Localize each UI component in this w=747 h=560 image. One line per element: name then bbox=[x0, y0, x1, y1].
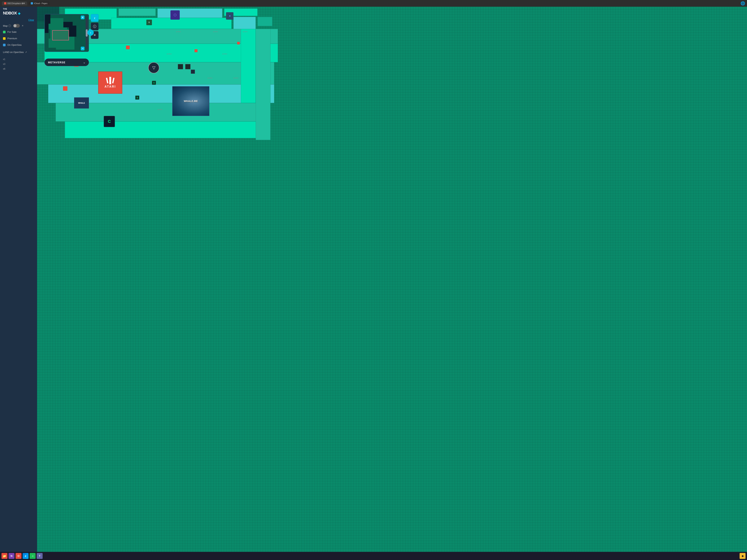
browser-bar: DECOmyplace ✿✼ iCloud - Pages 🌐 bbox=[0, 0, 747, 7]
tab-label-icloud: iCloud - Pages bbox=[34, 2, 47, 4]
nav-left-button[interactable]: ‹ bbox=[87, 29, 94, 36]
binance-icon: ◆ bbox=[742, 555, 744, 557]
taskbar-teams[interactable]: T bbox=[37, 553, 43, 559]
sandbox-s-icon-2: S bbox=[137, 97, 138, 99]
globe-icon[interactable]: 🌐 bbox=[741, 1, 745, 5]
dot-opensea bbox=[3, 44, 5, 46]
ardor-label-7: ardor bbox=[233, 77, 239, 79]
building-3 bbox=[191, 70, 195, 74]
triangle-icon: ▽ bbox=[152, 65, 155, 70]
edge-icon: e bbox=[25, 555, 26, 557]
ardor-label-1: ardor bbox=[176, 31, 181, 33]
map-overlay: ATARI WHALE WHALE.ME ardor ardor ardor a… bbox=[37, 7, 747, 552]
land-right2 bbox=[241, 29, 256, 103]
size-filters: x1 x3 x6 bbox=[0, 55, 37, 73]
minimap-zoom-in-button[interactable]: + bbox=[81, 16, 84, 19]
mm-dark-4 bbox=[69, 26, 76, 37]
ardor-label-6: ardor bbox=[207, 77, 213, 79]
filter-for-sale-label: For Sale bbox=[7, 31, 17, 33]
map-label: Map ? bbox=[3, 24, 11, 27]
opensea-link-label: LAND on OpenSea bbox=[3, 51, 24, 54]
red-accent-2 bbox=[237, 42, 240, 45]
minimap-inner: + − bbox=[45, 15, 88, 52]
taskbar-file-manager[interactable]: 📁 bbox=[1, 553, 7, 559]
brand-tile-3: R bbox=[146, 20, 152, 25]
dot-for-sale bbox=[3, 31, 5, 33]
metaverse-dropdown[interactable]: METAVERSE ⌄ bbox=[45, 58, 89, 66]
brand-tile-2-icon: ✦ bbox=[229, 14, 231, 18]
taskbar-edge[interactable]: e bbox=[23, 553, 28, 559]
logo-name: NDBOX bbox=[3, 11, 17, 16]
red-accent-1 bbox=[195, 49, 198, 52]
land-mid3 bbox=[233, 17, 256, 30]
filter-premium[interactable]: Premium bbox=[0, 35, 37, 42]
back-icon: ‹ bbox=[94, 16, 96, 21]
map-toggle-row: Map ? ✕ bbox=[0, 23, 37, 29]
filter-opensea[interactable]: On OpenSea bbox=[0, 42, 37, 48]
sandbox-s-1: S bbox=[152, 81, 156, 85]
sandbox-s-2: S bbox=[135, 96, 139, 100]
filter-opensea-label: On OpenSea bbox=[7, 44, 22, 46]
tab-favicon-icloud bbox=[31, 2, 33, 4]
logo-diamond: ◆ bbox=[18, 11, 21, 15]
sandbox-s-icon-1: S bbox=[153, 82, 155, 84]
ardor-label-2: ardor bbox=[213, 31, 218, 33]
filter-for-sale[interactable]: For Sale bbox=[0, 29, 37, 35]
clear-button[interactable]: Clear bbox=[28, 19, 34, 21]
tab-icloud[interactable]: iCloud - Pages bbox=[28, 1, 50, 5]
land-top3 bbox=[157, 8, 222, 18]
filter-premium-label: Premium bbox=[7, 37, 17, 40]
map-toggle-switch[interactable] bbox=[13, 24, 20, 28]
brand-tile-1: ⬡ bbox=[171, 10, 180, 20]
atari-mini-2 bbox=[63, 86, 68, 91]
tab-label-decomy: DECOmyplace ✿✼ bbox=[7, 2, 25, 5]
menu-icon: ≡ bbox=[94, 33, 96, 37]
map-area[interactable]: ATARI WHALE WHALE.ME ardor ardor ardor a… bbox=[37, 7, 747, 552]
logo-name-row: NDBOX ◆ bbox=[3, 11, 21, 15]
chroma-icon: C bbox=[108, 119, 111, 124]
taskbar-onenote[interactable]: N bbox=[8, 553, 15, 559]
spotify-icon: ♫ bbox=[32, 555, 34, 557]
ardor-label-5: ardor bbox=[222, 53, 228, 55]
atari-block: ATARI bbox=[98, 72, 122, 94]
land-lower4 bbox=[65, 122, 259, 138]
teams-icon: T bbox=[39, 555, 41, 557]
chroma-block: C bbox=[104, 116, 115, 127]
onenote-icon: N bbox=[10, 555, 12, 557]
opensea-link[interactable]: LAND on OpenSea ↗ bbox=[0, 49, 37, 55]
svg-rect-2 bbox=[112, 78, 114, 83]
size-x1[interactable]: x1 bbox=[0, 57, 37, 62]
info-icon: ⓘ bbox=[93, 24, 96, 29]
svg-rect-0 bbox=[109, 77, 111, 84]
toggle-x-icon: ✕ bbox=[22, 24, 24, 27]
ardor-label-8: ardor bbox=[157, 108, 163, 110]
brand-tile-1-icon: ⬡ bbox=[174, 13, 177, 17]
minimap-panel: + − bbox=[45, 14, 89, 52]
tab-decomy[interactable]: DECOmyplace ✿✼ bbox=[2, 1, 27, 5]
dot-premium bbox=[3, 37, 5, 40]
app-container: THE NDBOX ◆ Clear Map ? ✕ For bbox=[0, 7, 747, 552]
building-2 bbox=[185, 64, 190, 69]
taskbar-opera[interactable]: O bbox=[16, 553, 22, 559]
land-mid4 bbox=[258, 17, 272, 26]
building-1 bbox=[178, 64, 183, 69]
file-manager-icon: 📁 bbox=[3, 554, 6, 558]
triangle-brand: ▽ bbox=[148, 62, 159, 73]
ardor-label-3: ardor bbox=[243, 31, 248, 33]
logo-the: THE bbox=[3, 8, 21, 10]
size-x3[interactable]: x3 bbox=[0, 62, 37, 66]
info-button[interactable]: ⓘ bbox=[91, 23, 99, 30]
mm-land-6 bbox=[56, 42, 75, 50]
mm-dark-2 bbox=[45, 15, 49, 33]
map-help-icon[interactable]: ? bbox=[8, 24, 11, 27]
atari-mini-3 bbox=[126, 46, 130, 49]
size-x6[interactable]: x6 bbox=[0, 66, 37, 71]
taskbar-spotify[interactable]: ♫ bbox=[30, 553, 35, 559]
tab-favicon-decomy bbox=[4, 2, 6, 4]
back-button[interactable]: ‹ bbox=[91, 14, 99, 22]
whale-small-label: WHALE bbox=[78, 102, 85, 104]
minimap-zoom-out-button[interactable]: − bbox=[81, 47, 84, 50]
taskbar-binance[interactable]: ◆ bbox=[740, 553, 746, 559]
metaverse-label: METAVERSE bbox=[48, 61, 66, 64]
minimap-selection[interactable] bbox=[52, 30, 69, 41]
